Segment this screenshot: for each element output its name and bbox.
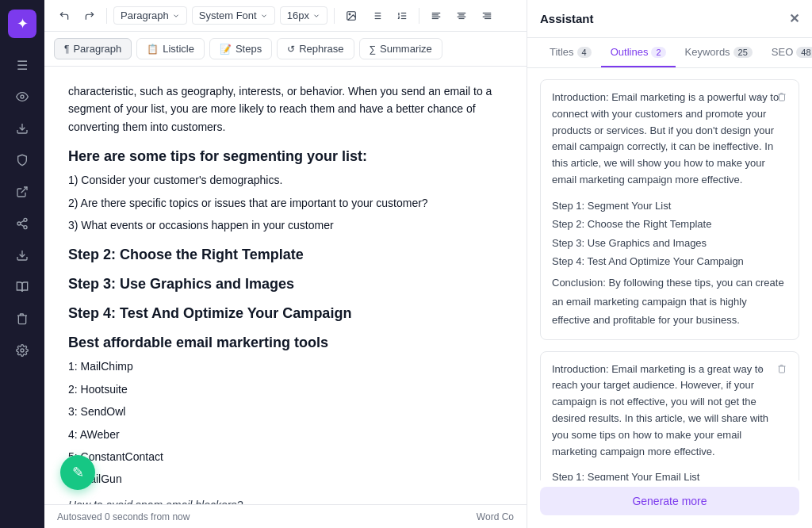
align-left-button[interactable] — [426, 7, 446, 25]
tab-outlines-label: Outlines — [611, 46, 649, 58]
fab-edit-icon: ✎ — [72, 464, 84, 481]
sidebar-item-export[interactable] — [8, 178, 36, 206]
outline-step: Step 1: Segment Your Email List — [552, 468, 787, 480]
editor-area: Paragraph System Font 16px — [44, 0, 527, 528]
outline-block-2: + Introduction: Email marketing is a gre… — [540, 351, 799, 480]
generate-more-button[interactable]: Generate more — [540, 487, 799, 515]
step2-heading: Step 2: Choose the Right Template — [68, 247, 503, 263]
list-item: 5: ConstantContact — [68, 448, 503, 465]
tools-heading: Best affordable email markerting tools — [68, 335, 503, 351]
outline-1-steps: Step 1: Segment Your List Step 2: Choose… — [552, 197, 787, 330]
steps-icon: 📝 — [220, 44, 232, 55]
svg-line-2 — [21, 187, 27, 193]
svg-point-9 — [21, 349, 24, 352]
tools-list: 1: MailChimp 2: Hootsuite 3: SendOwl 4: … — [68, 358, 503, 488]
sidebar-item-eye[interactable] — [8, 82, 36, 111]
outline-step: Step 3: Use Graphics and Images — [552, 234, 787, 252]
svg-point-3 — [24, 218, 27, 221]
undo-button[interactable] — [54, 7, 75, 25]
tab-titles[interactable]: Titles 4 — [540, 38, 601, 67]
list-item: 6: MailGun — [68, 470, 503, 488]
status-bar: Autosaved 0 seconds from now Word Co — [44, 504, 527, 528]
list-item: 1: MailChimp — [68, 358, 503, 375]
fab-edit-button[interactable]: ✎ — [60, 455, 95, 490]
listicle-icon: 📋 — [147, 44, 159, 55]
autosave-status: Autosaved 0 seconds from now — [57, 511, 190, 522]
outline-1-delete-button[interactable] — [773, 88, 791, 105]
editor-content[interactable]: characteristic, such as geography, inter… — [44, 67, 527, 504]
rephrase-icon: ↺ — [287, 44, 295, 55]
redo-button[interactable] — [79, 7, 100, 25]
app-logo[interactable]: ✦ — [8, 10, 36, 38]
assistant-title: Assistant — [540, 12, 594, 25]
word-count: Word Co — [477, 511, 514, 522]
rephrase-ai-button[interactable]: ↺ Rephrase — [277, 38, 354, 59]
svg-line-6 — [21, 224, 25, 227]
sidebar-item-education[interactable] — [8, 273, 36, 301]
list-item: 4: AWeber — [68, 426, 503, 443]
assistant-header: Assistant ✕ — [527, 0, 812, 38]
summarize-icon: ∑ — [370, 44, 377, 55]
outline-conclusion: Conclusion: By following these tips, you… — [552, 274, 787, 329]
outline-step: Step 1: Segment Your List — [552, 197, 787, 215]
list-item: 3: SendOwl — [68, 403, 503, 420]
close-icon[interactable]: ✕ — [789, 11, 799, 26]
size-select[interactable]: 16px — [280, 6, 327, 25]
sidebar-item-download[interactable] — [8, 114, 36, 143]
step4-heading: Step 4: Test And Optimize Your Campaign — [68, 305, 503, 322]
toolbar-divider-3 — [419, 8, 419, 24]
list-item: 2: Hootsuite — [68, 381, 503, 398]
svg-point-4 — [17, 222, 21, 225]
outline-2-delete-button[interactable] — [773, 360, 791, 377]
align-center-button[interactable] — [451, 7, 472, 25]
outline-block-1: + Introduction: Email marketing is a pow… — [540, 79, 799, 340]
tab-titles-label: Titles — [550, 46, 574, 58]
assistant-panel: Assistant ✕ Titles 4 Outlines 2 Keywords… — [527, 0, 812, 528]
paragraph-select[interactable]: Paragraph — [113, 6, 187, 25]
tab-keywords[interactable]: Keywords 25 — [676, 38, 762, 67]
sidebar-item-download2[interactable] — [8, 241, 36, 270]
image-button[interactable] — [341, 7, 362, 25]
sidebar-item-shield[interactable] — [8, 146, 36, 174]
svg-line-7 — [21, 220, 25, 223]
steps-ai-button[interactable]: 📝 Steps — [209, 38, 272, 59]
summarize-ai-button[interactable]: ∑ Summarize — [359, 38, 442, 59]
list-item: 3) What events or occasions happen in yo… — [68, 216, 503, 234]
toolbar-divider-2 — [334, 8, 335, 24]
tab-keywords-label: Keywords — [685, 46, 730, 58]
svg-point-5 — [24, 226, 27, 229]
sidebar-item-share[interactable] — [8, 209, 36, 238]
main-toolbar: Paragraph System Font 16px — [44, 0, 527, 32]
list-ol-button[interactable] — [392, 7, 412, 25]
sidebar-item-settings[interactable] — [8, 336, 36, 365]
list-item: 1) Consider your customer's demographics… — [68, 171, 503, 189]
outline-2-add-button[interactable]: + — [751, 360, 768, 377]
spam-heading: How to avoid spam email blockers? — [68, 496, 503, 504]
tab-outlines[interactable]: Outlines 2 — [601, 38, 676, 67]
tab-titles-badge: 4 — [577, 47, 592, 58]
font-select[interactable]: System Font — [192, 6, 275, 25]
tab-seo-badge: 48 — [796, 47, 812, 58]
content-intro: characteristic, such as geography, inter… — [68, 82, 503, 136]
sidebar-item-trash[interactable] — [8, 304, 36, 333]
toolbar-divider-1 — [106, 8, 107, 24]
tab-seo[interactable]: SEO 48 — [762, 38, 812, 67]
align-right-button[interactable] — [477, 7, 497, 25]
tab-seo-label: SEO — [772, 46, 793, 58]
svg-point-0 — [21, 95, 24, 98]
tab-keywords-badge: 25 — [733, 47, 753, 58]
assistant-content: + Introduction: Email marketing is a pow… — [527, 68, 812, 480]
outline-1-actions: + — [751, 88, 791, 105]
outline-1-add-button[interactable]: + — [751, 88, 768, 105]
list-item: 2) Are there specific topics or issues t… — [68, 194, 503, 212]
step3-heading: Step 3: Use Graphics and Images — [68, 276, 503, 293]
listicle-ai-button[interactable]: 📋 Listicle — [136, 38, 205, 59]
ai-toolbar: ¶ Paragraph 📋 Listicle 📝 Steps ↺ Rephras… — [44, 32, 527, 67]
paragraph-icon: ¶ — [64, 44, 69, 55]
outline-2-steps: Step 1: Segment Your Email List Step 2: … — [552, 468, 787, 480]
assistant-tabs: Titles 4 Outlines 2 Keywords 25 SEO 48 H… — [527, 38, 812, 68]
paragraph-ai-button[interactable]: ¶ Paragraph — [54, 38, 132, 59]
sidebar-item-menu[interactable]: ☰ — [8, 51, 36, 79]
list-ul-button[interactable] — [366, 7, 387, 25]
outline-2-actions: + — [751, 360, 791, 377]
